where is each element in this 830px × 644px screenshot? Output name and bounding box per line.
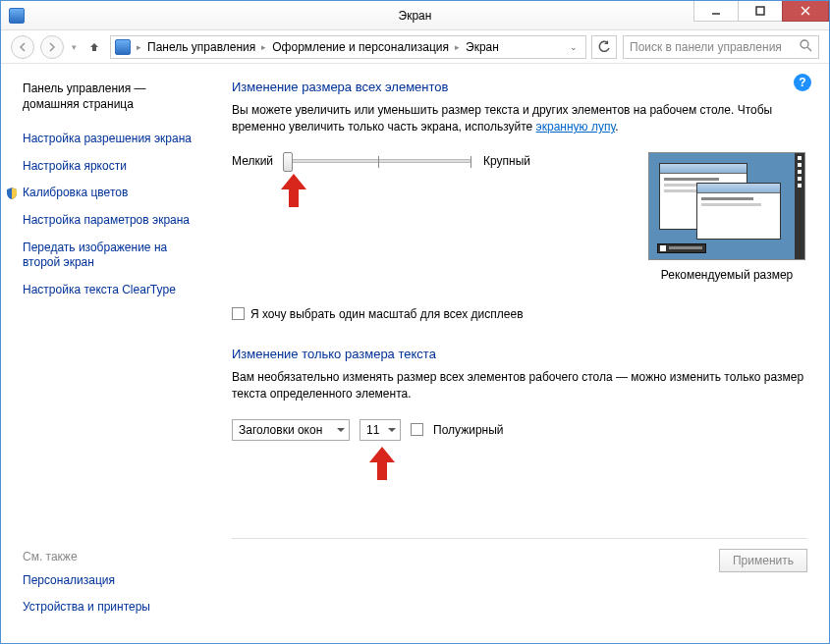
- titlebar: Экран: [1, 1, 829, 30]
- forward-button[interactable]: [40, 35, 64, 59]
- minimize-button[interactable]: [693, 1, 739, 22]
- section2-description: Вам необязательно изменять размер всех э…: [232, 369, 805, 403]
- sidebar-item-cleartype[interactable]: Настройка текста ClearType: [23, 283, 202, 298]
- address-dropdown-icon[interactable]: ⌄: [566, 42, 581, 52]
- magnifier-link[interactable]: экранную лупу: [536, 120, 616, 134]
- bold-label: Полужирный: [433, 423, 504, 437]
- element-dropdown[interactable]: Заголовки окон: [232, 419, 350, 441]
- close-button[interactable]: [782, 1, 829, 22]
- help-icon[interactable]: ?: [794, 74, 811, 91]
- annotation-arrow-icon: [369, 447, 395, 480]
- preview-thumbnail: [648, 152, 805, 260]
- search-input[interactable]: Поиск в панели управления: [623, 35, 819, 59]
- same-scale-label: Я хочу выбрать один масштаб для всех дис…: [250, 307, 524, 321]
- preview-caption: Рекомендуемый размер: [648, 268, 805, 282]
- main-pane: ? Изменение размера всех элементов Вы мо…: [212, 64, 829, 643]
- search-icon: [800, 39, 812, 55]
- sidebar-item-project[interactable]: Передать изображение на второй экран: [23, 241, 202, 271]
- sidebar-item-resolution[interactable]: Настройка разрешения экрана: [23, 132, 202, 147]
- chevron-right-icon: ▸: [259, 42, 268, 52]
- same-scale-checkbox[interactable]: [232, 307, 245, 320]
- sidebar-item-brightness[interactable]: Настройка яркости: [23, 159, 202, 175]
- svg-rect-1: [756, 7, 764, 15]
- search-placeholder: Поиск в панели управления: [630, 40, 782, 54]
- location-icon: [115, 39, 131, 55]
- history-dropdown-icon[interactable]: ▾: [70, 42, 79, 52]
- scale-slider-block: Мелкий Крупный: [232, 152, 530, 168]
- shield-icon: [5, 187, 19, 200]
- breadcrumb-seg[interactable]: Оформление и персонализация: [272, 40, 449, 54]
- see-also-heading: См. также: [23, 550, 202, 564]
- annotation-arrow-icon: [281, 174, 306, 207]
- app-icon: [9, 8, 25, 24]
- chevron-right-icon: ▸: [135, 42, 143, 52]
- up-button[interactable]: [84, 37, 104, 57]
- svg-line-5: [807, 47, 811, 51]
- refresh-button[interactable]: [591, 35, 617, 59]
- section-heading-text-size: Изменение только размера текста: [232, 347, 805, 361]
- slider-min-label: Мелкий: [232, 154, 273, 168]
- sidebar-item-personalization[interactable]: Персонализация: [23, 573, 202, 589]
- sidebar-item-devices[interactable]: Устройства и принтеры: [23, 600, 202, 616]
- address-bar[interactable]: ▸ Панель управления ▸ Оформление и персо…: [110, 35, 586, 59]
- section-heading-resize-all: Изменение размера всех элементов: [232, 80, 805, 94]
- breadcrumb-seg[interactable]: Экран: [466, 40, 499, 54]
- slider-thumb[interactable]: [283, 152, 293, 172]
- navbar: ▾ ▸ Панель управления ▸ Оформление и пер…: [1, 30, 829, 64]
- svg-point-4: [801, 40, 808, 48]
- sidebar-item-display-settings[interactable]: Настройка параметров экрана: [23, 213, 202, 229]
- sidebar: Панель управления —домашняя страница Нас…: [1, 64, 212, 643]
- bold-checkbox[interactable]: [411, 423, 423, 436]
- control-panel-home-link[interactable]: Панель управления —домашняя страница: [23, 81, 202, 112]
- maximize-button[interactable]: [738, 1, 783, 22]
- font-size-dropdown[interactable]: 11: [360, 419, 401, 441]
- apply-button[interactable]: Применить: [719, 549, 807, 572]
- slider-max-label: Крупный: [483, 154, 530, 168]
- sidebar-item-calibrate-color[interactable]: Калибровка цветов: [23, 186, 202, 201]
- back-button[interactable]: [11, 35, 34, 59]
- chevron-right-icon: ▸: [453, 42, 462, 52]
- divider: [232, 538, 807, 539]
- scale-slider[interactable]: [285, 159, 471, 163]
- section1-description: Вы можете увеличить или уменьшить размер…: [232, 102, 805, 136]
- breadcrumb-seg[interactable]: Панель управления: [147, 40, 255, 54]
